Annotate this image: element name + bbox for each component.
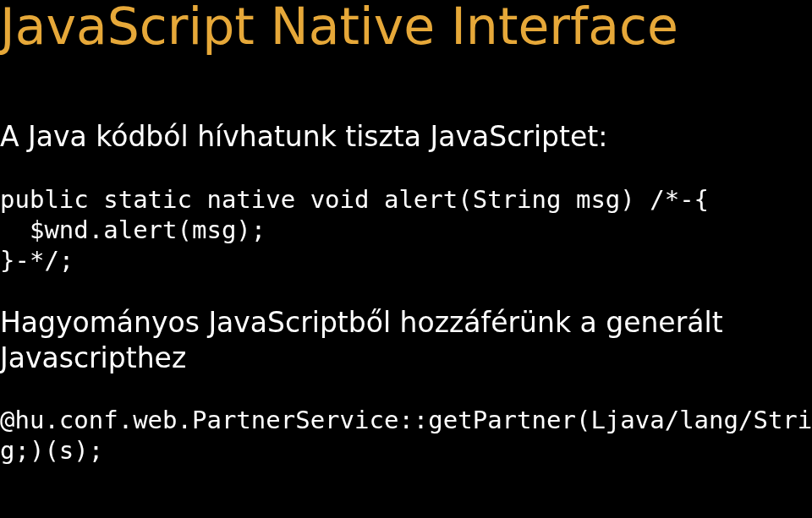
paragraph-1: A Java kódból hívhatunk tiszta JavaScrip… [0, 119, 812, 155]
slide-title: JavaScript Native Interface [0, 0, 812, 53]
paragraph-2: Hagyományos JavaScriptből hozzáférünk a … [0, 305, 812, 376]
slide: JavaScript Native Interface A Java kódbó… [0, 0, 812, 518]
code-block-2: @hu.conf.web.PartnerService::getPartner(… [0, 405, 812, 466]
code-block-1: public static native void alert(String m… [0, 184, 812, 276]
